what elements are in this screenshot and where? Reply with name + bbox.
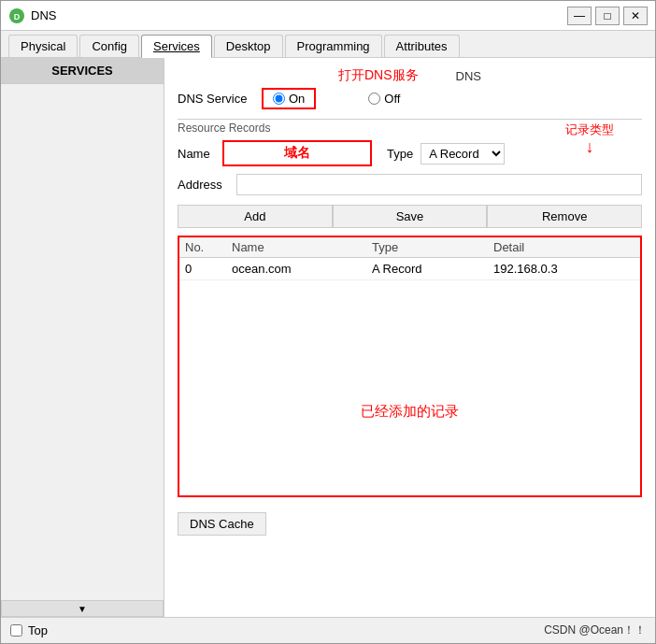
row-name: ocean.com	[232, 262, 372, 276]
name-type-row: IP地址 → Name 域名 Type A Record	[178, 140, 642, 166]
radio-off[interactable]	[368, 93, 380, 105]
tab-physical[interactable]: Physical	[8, 35, 78, 57]
sidebar-scroll[interactable]	[1, 84, 164, 600]
save-button[interactable]: Save	[333, 205, 488, 228]
svg-text:D: D	[14, 12, 21, 21]
sidebar: SERVICES ▼	[1, 58, 164, 617]
bottom-left: Top	[10, 623, 48, 637]
row-type: A Record	[372, 262, 493, 276]
table-row[interactable]: 0 ocean.com A Record 192.168.0.3	[179, 258, 640, 280]
title-bar-left: D DNS	[8, 7, 56, 24]
table-header: No. Name Type Detail	[179, 237, 640, 258]
content-area: 打开DNS服务 DNS DNS Service On Off	[164, 58, 655, 617]
sidebar-header: SERVICES	[1, 58, 164, 84]
col-no: No.	[185, 240, 232, 254]
radio-on[interactable]	[273, 93, 285, 105]
type-label: Type	[387, 147, 413, 161]
domain-placeholder-text: 域名	[284, 145, 310, 160]
tab-programming[interactable]: Programming	[285, 35, 382, 57]
address-row: Address	[178, 174, 642, 195]
col-detail: Detail	[493, 240, 643, 254]
radio-group: On Off	[262, 88, 400, 109]
title-bar-controls: — □ ✕	[567, 7, 648, 25]
window-title: DNS	[31, 8, 56, 22]
name-label: Name	[178, 147, 215, 161]
tab-services[interactable]: Services	[141, 35, 212, 58]
dns-cache-section: DNS Cache	[178, 505, 642, 536]
bottom-bar: Top CSDN @Ocean！！	[1, 617, 655, 643]
type-select[interactable]: A Record	[421, 143, 505, 165]
dns-service-row: DNS Service On Off 记录类型	[178, 88, 642, 109]
title-bar: D DNS — □ ✕	[1, 1, 655, 31]
col-name: Name	[232, 240, 372, 254]
close-button[interactable]: ✕	[623, 7, 648, 25]
main-window: D DNS — □ ✕ Physical Config Services Des…	[0, 0, 656, 644]
tab-bar: Physical Config Services Desktop Program…	[1, 31, 655, 58]
records-table: No. Name Type Detail 0 ocean.com A Recor…	[178, 236, 642, 497]
dns-header-label: DNS	[456, 69, 481, 83]
minimize-button[interactable]: —	[567, 7, 592, 25]
row-no: 0	[185, 262, 232, 276]
top-label: Top	[28, 623, 48, 637]
maximize-button[interactable]: □	[595, 7, 620, 25]
sidebar-scroll-down[interactable]: ▼	[1, 600, 164, 617]
radio-on-box: On	[262, 88, 316, 109]
empty-message: 已经添加的记录	[179, 403, 640, 421]
row-detail: 192.168.0.3	[493, 262, 643, 276]
tab-config[interactable]: Config	[79, 35, 139, 57]
dns-cache-button[interactable]: DNS Cache	[178, 512, 266, 536]
col-type: Type	[372, 240, 493, 254]
on-label: On	[289, 92, 305, 106]
dns-service-label: DNS Service	[178, 92, 262, 106]
address-input[interactable]	[236, 174, 642, 195]
dns-icon: D	[8, 7, 25, 24]
remove-button[interactable]: Remove	[487, 205, 642, 228]
add-button[interactable]: Add	[178, 205, 333, 228]
radio-off-option: Off	[368, 92, 400, 106]
name-input-box[interactable]: 域名	[222, 140, 372, 166]
off-label: Off	[384, 92, 400, 106]
main-area: SERVICES ▼ 打开DNS服务 DNS DNS Service	[1, 58, 655, 617]
buttons-row: → 添加 Add Save Remove	[178, 205, 642, 228]
address-label: Address	[178, 178, 229, 192]
tab-attributes[interactable]: Attributes	[384, 35, 460, 57]
top-checkbox[interactable]	[10, 624, 22, 637]
content-wrapper: 打开DNS服务 DNS DNS Service On Off	[178, 67, 642, 536]
tab-desktop[interactable]: Desktop	[214, 35, 283, 57]
open-dns-annotation: 打开DNS服务	[338, 67, 419, 84]
credit-text: CSDN @Ocean！！	[544, 623, 646, 638]
